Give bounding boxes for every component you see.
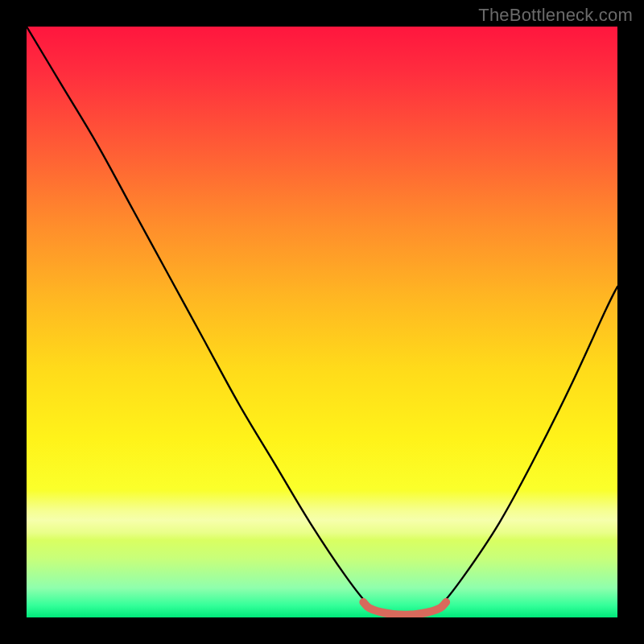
chart-frame: TheBottleneck.com: [0, 0, 644, 644]
curve-layer: [27, 27, 617, 617]
bottleneck-curve: [27, 27, 617, 616]
watermark-text: TheBottleneck.com: [478, 5, 633, 26]
plot-area: [27, 27, 617, 617]
optimal-range-marker: [363, 602, 446, 615]
